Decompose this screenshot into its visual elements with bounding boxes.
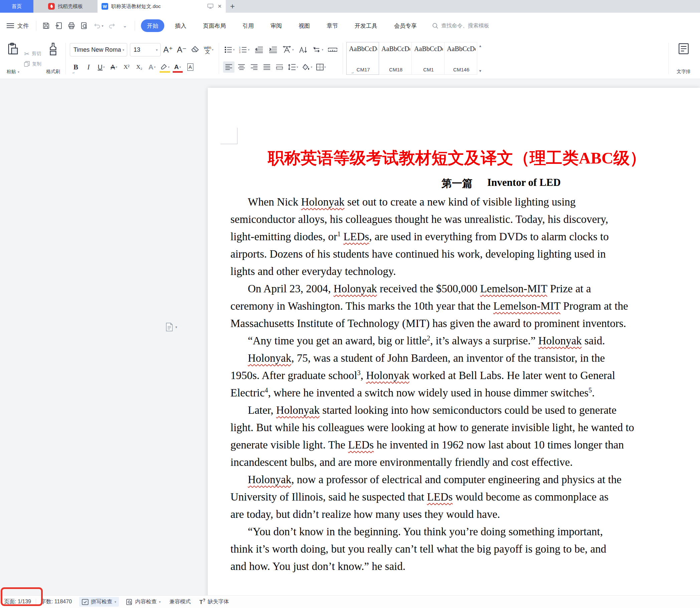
menu-tab-5[interactable]: 视图 — [293, 19, 316, 32]
menu-tab-4[interactable]: 审阅 — [264, 19, 288, 32]
sort-button[interactable] — [297, 43, 309, 57]
style-gallery-down-icon[interactable]: ▼ — [479, 69, 482, 73]
font-color-button[interactable]: A ▾ — [172, 60, 184, 74]
text-line[interactable]: University of Illinois, said he suspecte… — [231, 488, 700, 506]
bullet-list-button[interactable]: ▾ — [223, 43, 236, 57]
clipboard-dialog-launcher[interactable]: ⌐ — [72, 71, 74, 75]
bold-button[interactable]: B — [70, 60, 82, 74]
menu-tab-1[interactable]: 插入 — [169, 19, 192, 32]
increase-font-size-button[interactable]: A⁺ — [162, 43, 174, 57]
text-line[interactable]: “You don’t know in the beginning. You th… — [231, 523, 700, 540]
spell-check-button[interactable]: 拼写检查 ▾ — [79, 597, 119, 607]
more-commands-icon[interactable]: ⌄ — [118, 19, 131, 32]
menu-tab-2[interactable]: 页面布局 — [197, 19, 232, 32]
text-line[interactable]: light. But while his colleagues were loo… — [231, 419, 700, 436]
align-left-button[interactable] — [223, 61, 235, 73]
undo-button[interactable]: ▾ — [91, 19, 106, 32]
copy-button[interactable]: 复制 — [24, 61, 41, 67]
content-check-button[interactable]: 内容检查 ▾ — [126, 598, 161, 605]
style-card-CM17[interactable]: AaBbCcDcCM17 — [346, 42, 379, 75]
line-spacing-button[interactable]: ▾ — [287, 60, 299, 74]
text-line[interactable]: Later, Holonyak started looking into how… — [231, 401, 700, 419]
italic-button[interactable]: I — [82, 60, 94, 74]
menu-tab-8[interactable]: 会员专享 — [388, 19, 423, 32]
text-line[interactable]: incandescent bulbs, and are more environ… — [231, 454, 700, 471]
strikethrough-button[interactable]: A▾ — [108, 60, 120, 74]
adjust-width-button[interactable] — [327, 43, 339, 57]
redo-button[interactable] — [106, 19, 118, 32]
distribute-button[interactable] — [274, 61, 285, 73]
wrap-settings-button[interactable]: ▾ — [311, 43, 325, 57]
menu-tab-0[interactable]: 开始 — [141, 19, 164, 32]
word-count[interactable]: 字数: 118470 — [41, 598, 72, 605]
justify-button[interactable] — [261, 61, 273, 73]
text-line[interactable]: semiconductor alloys, his colleagues tho… — [231, 211, 700, 228]
text-direction-button[interactable]: ▾ — [281, 43, 295, 57]
text-line[interactable]: When Nick Holonyak set out to create a n… — [231, 193, 700, 211]
pinyin-guide-button[interactable]: wén文 ▾ — [202, 43, 215, 57]
text-line[interactable]: generate visible light. The LEDs he inve… — [231, 436, 700, 454]
superscript-button[interactable]: X² — [121, 60, 133, 74]
text-line[interactable]: Massachusetts Institute of Technology (M… — [231, 315, 700, 332]
export-pdf-button[interactable] — [52, 19, 65, 32]
character-border-button[interactable]: A — [184, 60, 196, 74]
increase-indent-button[interactable] — [267, 43, 279, 57]
align-center-button[interactable] — [236, 61, 247, 73]
text-line[interactable]: Holonyak, 75, was a student of John Bard… — [231, 349, 700, 367]
text-line[interactable]: airports. Dozens of his students have co… — [231, 245, 700, 263]
close-tab-icon[interactable]: ✕ — [217, 3, 222, 10]
text-effects-button[interactable]: A▾ — [146, 60, 158, 74]
cut-button[interactable]: ✂ 剪切 — [24, 50, 41, 58]
text-layout-button[interactable]: 文字排 — [672, 41, 695, 76]
new-tab-button[interactable]: + — [226, 0, 239, 13]
underline-button[interactable]: U▾ — [95, 60, 107, 74]
align-right-button[interactable] — [248, 61, 260, 73]
paragraph-dialog-launcher[interactable]: ⌐ — [351, 71, 354, 75]
menu-tab-7[interactable]: 开发工具 — [349, 19, 383, 32]
compatibility-mode-label[interactable]: 兼容模式 — [169, 598, 191, 605]
text-line[interactable]: On April 23, 2004, Holonyak received the… — [231, 280, 700, 297]
paste-button[interactable]: 粘贴▾ — [5, 41, 21, 76]
shading-button[interactable]: ▾ — [300, 60, 314, 74]
numbered-list-button[interactable]: 123 ▾ — [238, 43, 251, 57]
home-tab[interactable]: 首页 — [0, 0, 33, 13]
clear-format-icon[interactable] — [189, 43, 201, 57]
split-window-icon[interactable] — [207, 4, 214, 9]
text-line[interactable]: 1950s. After graduate school3, Holonyak … — [231, 367, 700, 384]
docer-template-tab[interactable]: 找稻壳模板 — [33, 0, 97, 13]
print-preview-button[interactable] — [78, 19, 91, 32]
text-line[interactable]: think it’s worth doing, but you really c… — [231, 540, 700, 557]
text-line[interactable]: Electric4, where he invented a switch no… — [231, 384, 700, 401]
font-name-combobox[interactable]: Times New Roma ▾ — [70, 43, 127, 56]
save-button[interactable] — [40, 19, 52, 32]
document-tab[interactable]: W 职称英语教材短文.doc ✕ — [97, 0, 226, 13]
text-line[interactable]: are today, but didn’t realize how many u… — [231, 506, 700, 523]
command-search[interactable]: 查找命令、搜索模板 — [432, 22, 489, 30]
text-line[interactable]: ceremony in Washington. This marks the 1… — [231, 297, 700, 315]
decrease-indent-button[interactable] — [253, 43, 265, 57]
text-line[interactable]: lights and other everyday technology. — [231, 263, 700, 280]
page-indicator[interactable]: 页面: 1/139 — [4, 598, 31, 605]
menu-tab-6[interactable]: 章节 — [320, 19, 344, 32]
borders-button[interactable]: ▾ — [315, 60, 327, 74]
style-gallery-up-icon[interactable]: ▲ — [479, 44, 482, 48]
print-button[interactable] — [65, 19, 78, 32]
page-settings-widget[interactable]: ▾ — [166, 323, 177, 331]
file-menu-button[interactable]: 文件 — [6, 22, 33, 30]
font-size-combobox[interactable]: 13 ▾ — [130, 43, 161, 56]
style-card-CM1[interactable]: AaBbCcDcCM1 — [412, 42, 444, 75]
style-card-CM18[interactable]: AaBbCcDcCM18 — [379, 42, 412, 75]
decrease-font-size-button[interactable]: A⁻ — [176, 43, 188, 57]
format-painter-button[interactable]: 格式刷 — [44, 41, 62, 76]
document-page[interactable]: 职称英语等级考试教材短文及译文（理工类ABC级） 第一篇 Inventor of… — [208, 88, 700, 595]
missing-font-button[interactable]: T? 缺失字体 — [199, 598, 229, 606]
style-card-CM146[interactable]: AaBbCcDcCM146 — [444, 42, 477, 75]
document-canvas[interactable]: 职称英语等级考试教材短文及译文（理工类ABC级） 第一篇 Inventor of… — [0, 79, 700, 595]
text-line[interactable]: and how. You just don’t know.” he said. — [231, 557, 700, 575]
text-line[interactable]: Holonyak, now a professor of electrical … — [231, 471, 700, 488]
menu-tab-3[interactable]: 引用 — [237, 19, 260, 32]
text-line[interactable]: light-emitting diodes, or1 LEDs, are use… — [231, 228, 700, 245]
highlight-color-button[interactable]: ▾ — [159, 60, 171, 74]
subscript-button[interactable]: X₂ — [133, 60, 145, 74]
text-line[interactable]: “Any time you get an award, big or littl… — [231, 332, 700, 349]
